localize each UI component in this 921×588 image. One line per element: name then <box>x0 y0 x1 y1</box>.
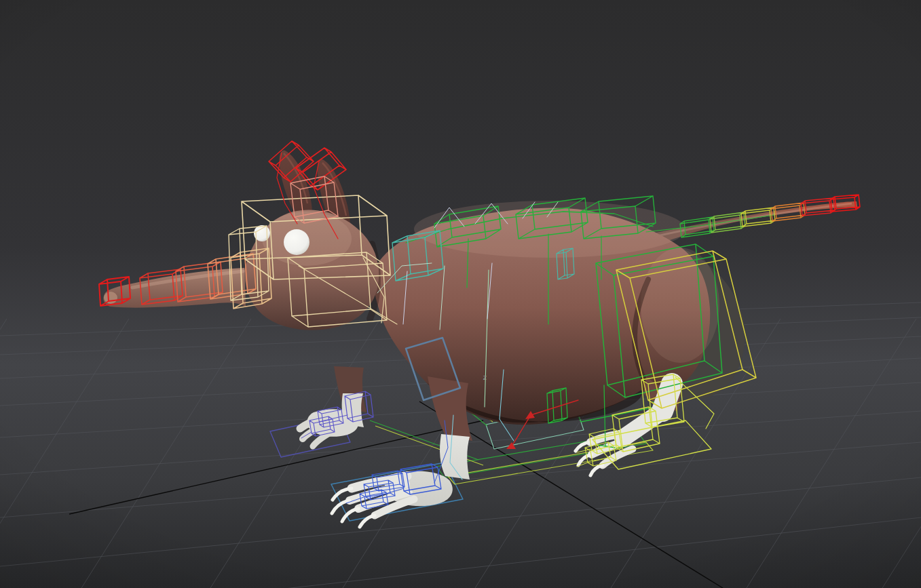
rat-rump-highlight <box>641 248 719 363</box>
viewport-canvas[interactable]: z <box>0 0 921 588</box>
viewport[interactable]: z <box>0 0 921 588</box>
rat-eye[interactable] <box>284 229 309 255</box>
gizmo-z-label: z <box>483 373 487 382</box>
